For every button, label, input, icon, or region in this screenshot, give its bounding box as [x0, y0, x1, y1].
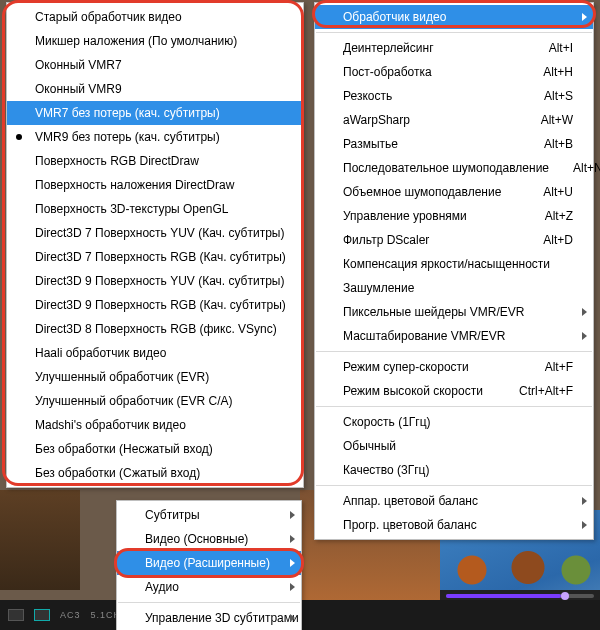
renderer-item[interactable]: Старый обработчик видео	[7, 5, 303, 29]
advanced-item[interactable]: Обработчик видео	[315, 5, 593, 29]
seek-knob[interactable]	[561, 592, 569, 600]
renderer-item[interactable]: Madshi's обработчик видео	[7, 413, 303, 437]
menu-item-label: Скорость (1Ггц)	[343, 415, 431, 429]
menu-item-label: Качество (3Ггц)	[343, 463, 429, 477]
menu-item-label: Direct3D 7 Поверхность YUV (Кач. субтитр…	[35, 226, 284, 240]
advanced-item[interactable]: Скорость (1Ггц)	[315, 410, 593, 434]
menu-shortcut: Alt+Z	[521, 209, 573, 223]
advanced-item[interactable]: Последовательное шумоподавлениеAlt+N	[315, 156, 593, 180]
radio-dot-icon	[16, 134, 22, 140]
submenu-arrow-icon	[290, 559, 295, 567]
advanced-item[interactable]: Режим высокой скоростиCtrl+Alt+F	[315, 379, 593, 403]
renderer-item[interactable]: Улучшенный обработчик (EVR C/A)	[7, 389, 303, 413]
menu-item-label: Direct3D 8 Поверхность RGB (фикс. VSync)	[35, 322, 277, 336]
renderer-item[interactable]: Микшер наложения (По умолчанию)	[7, 29, 303, 53]
context-item[interactable]: Субтитры	[117, 503, 301, 527]
status-box-icon	[8, 609, 24, 621]
advanced-item[interactable]: Прогр. цветовой баланс	[315, 513, 593, 537]
renderer-item[interactable]: VMR9 без потерь (кач. субтитры)	[7, 125, 303, 149]
menu-item-label: Видео (Расширенные)	[145, 556, 270, 570]
advanced-item[interactable]: Качество (3Ггц)	[315, 458, 593, 482]
background-strip	[0, 490, 80, 590]
menu-separator	[118, 602, 300, 603]
advanced-item[interactable]: Режим супер-скоростиAlt+F	[315, 355, 593, 379]
submenu-arrow-icon	[290, 583, 295, 591]
menu-item-label: Масштабирование VMR/EVR	[343, 329, 505, 343]
menu-item-label: Последовательное шумоподавление	[343, 161, 549, 175]
menu-shortcut: Alt+F	[521, 360, 573, 374]
menu-item-label: Управление уровнями	[343, 209, 467, 223]
submenu-arrow-icon	[582, 497, 587, 505]
advanced-item[interactable]: РезкостьAlt+S	[315, 84, 593, 108]
advanced-item[interactable]: Зашумление	[315, 276, 593, 300]
advanced-item[interactable]: Фильтр DScalerAlt+D	[315, 228, 593, 252]
renderer-item[interactable]: Haali обработчик видео	[7, 341, 303, 365]
context-menu[interactable]: СубтитрыВидео (Основные)Видео (Расширенн…	[116, 500, 302, 630]
menu-item-label: Поверхность RGB DirectDraw	[35, 154, 199, 168]
renderer-item[interactable]: Улучшенный обработчик (EVR)	[7, 365, 303, 389]
renderer-submenu[interactable]: Старый обработчик видеоМикшер наложения …	[6, 2, 304, 488]
menu-separator	[316, 351, 592, 352]
menu-item-label: Поверхность 3D-текстуры OpenGL	[35, 202, 228, 216]
menu-separator	[316, 32, 592, 33]
renderer-item[interactable]: Поверхность наложения DirectDraw	[7, 173, 303, 197]
advanced-item[interactable]: Объемное шумоподавлениеAlt+U	[315, 180, 593, 204]
renderer-item[interactable]: Direct3D 9 Поверхность RGB (Кач. субтитр…	[7, 293, 303, 317]
menu-item-label: Субтитры	[145, 508, 200, 522]
submenu-arrow-icon	[582, 521, 587, 529]
advanced-item[interactable]: Управление уровнямиAlt+Z	[315, 204, 593, 228]
menu-item-label: Обычный	[343, 439, 396, 453]
menu-item-label: Резкость	[343, 89, 392, 103]
renderer-item[interactable]: Оконный VMR7	[7, 53, 303, 77]
advanced-item[interactable]: ДеинтерлейсингAlt+I	[315, 36, 593, 60]
context-item[interactable]: Видео (Расширенные)	[117, 551, 301, 575]
advanced-item[interactable]: Пост-обработкаAlt+H	[315, 60, 593, 84]
menu-item-label: Видео (Основные)	[145, 532, 248, 546]
menu-shortcut: Alt+S	[520, 89, 573, 103]
video-advanced-submenu[interactable]: Обработчик видеоДеинтерлейсингAlt+IПост-…	[314, 2, 594, 540]
renderer-item[interactable]: Direct3D 8 Поверхность RGB (фикс. VSync)	[7, 317, 303, 341]
advanced-item[interactable]: Пиксельные шейдеры VMR/EVR	[315, 300, 593, 324]
context-item[interactable]: Видео (Основные)	[117, 527, 301, 551]
menu-shortcut: Ctrl+Alt+F	[495, 384, 573, 398]
seek-bar[interactable]	[446, 594, 594, 598]
menu-item-label: Madshi's обработчик видео	[35, 418, 186, 432]
menu-item-label: VMR9 без потерь (кач. субтитры)	[35, 130, 220, 144]
context-item[interactable]: Управление 3D субтитрами	[117, 606, 301, 630]
advanced-item[interactable]: aWarpSharpAlt+W	[315, 108, 593, 132]
menu-item-label: Режим супер-скорости	[343, 360, 469, 374]
submenu-arrow-icon	[290, 614, 295, 622]
renderer-item[interactable]: Direct3D 7 Поверхность YUV (Кач. субтитр…	[7, 221, 303, 245]
renderer-item[interactable]: Direct3D 7 Поверхность RGB (Кач. субтитр…	[7, 245, 303, 269]
renderer-item[interactable]: Без обработки (Несжатый вход)	[7, 437, 303, 461]
seek-fill	[446, 594, 561, 598]
context-item[interactable]: Аудио	[117, 575, 301, 599]
menu-item-label: Haali обработчик видео	[35, 346, 166, 360]
submenu-arrow-icon	[582, 13, 587, 21]
menu-item-label: Пост-обработка	[343, 65, 432, 79]
submenu-arrow-icon	[290, 535, 295, 543]
menu-item-label: Аудио	[145, 580, 179, 594]
audio-codec-badge: AC3	[60, 610, 81, 620]
menu-item-label: Улучшенный обработчик (EVR C/A)	[35, 394, 233, 408]
renderer-item[interactable]: Поверхность 3D-текстуры OpenGL	[7, 197, 303, 221]
menu-separator	[316, 406, 592, 407]
menu-shortcut: Alt+D	[519, 233, 573, 247]
menu-item-label: Старый обработчик видео	[35, 10, 182, 24]
renderer-item[interactable]: Оконный VMR9	[7, 77, 303, 101]
renderer-item[interactable]: Поверхность RGB DirectDraw	[7, 149, 303, 173]
menu-item-label: Фильтр DScaler	[343, 233, 429, 247]
menu-item-label: Объемное шумоподавление	[343, 185, 501, 199]
menu-shortcut: Alt+W	[517, 113, 573, 127]
advanced-item[interactable]: Обычный	[315, 434, 593, 458]
renderer-item[interactable]: Без обработки (Сжатый вход)	[7, 461, 303, 485]
renderer-item[interactable]: VMR7 без потерь (кач. субтитры)	[7, 101, 303, 125]
renderer-item[interactable]: Direct3D 9 Поверхность YUV (Кач. субтитр…	[7, 269, 303, 293]
advanced-item[interactable]: Масштабирование VMR/EVR	[315, 324, 593, 348]
menu-item-label: Компенсация яркости/насыщенности	[343, 257, 550, 271]
menu-item-label: Direct3D 9 Поверхность RGB (Кач. субтитр…	[35, 298, 286, 312]
advanced-item[interactable]: Аппар. цветовой баланс	[315, 489, 593, 513]
advanced-item[interactable]: Компенсация яркости/насыщенности	[315, 252, 593, 276]
advanced-item[interactable]: РазмытьеAlt+B	[315, 132, 593, 156]
menu-shortcut: Alt+N	[549, 161, 600, 175]
